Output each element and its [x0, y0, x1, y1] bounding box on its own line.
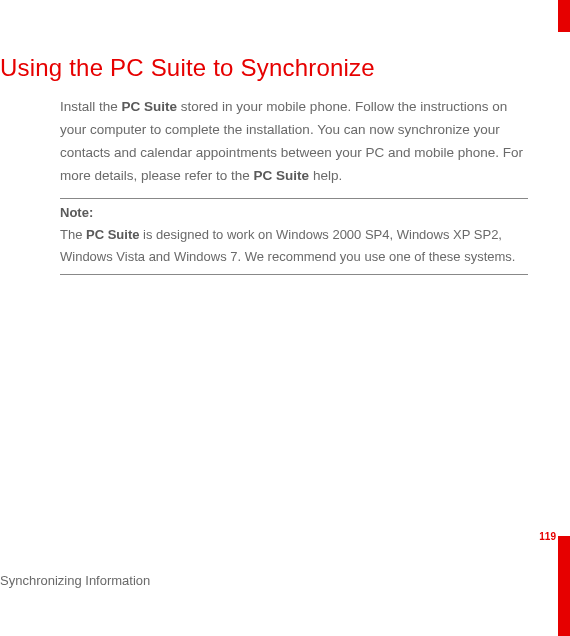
note-text-segment: The: [60, 227, 86, 242]
body-text-bold: PC Suite: [122, 99, 178, 114]
body-paragraph: Install the PC Suite stored in your mobi…: [60, 96, 528, 188]
note-block: Note: The PC Suite is designed to work o…: [60, 198, 528, 275]
body-wrap: Install the PC Suite stored in your mobi…: [0, 96, 546, 275]
tab-marker-top: [558, 0, 570, 32]
note-text-bold: PC Suite: [86, 227, 139, 242]
tab-marker-bottom: [558, 536, 570, 636]
body-text-segment: Install the: [60, 99, 122, 114]
body-text-segment: help.: [309, 168, 342, 183]
footer-section-name: Synchronizing Information: [0, 573, 150, 588]
note-label: Note:: [60, 205, 528, 220]
page-content: Using the PC Suite to Synchronize Instal…: [0, 0, 570, 275]
page-number: 119: [539, 531, 556, 542]
note-text: The PC Suite is designed to work on Wind…: [60, 224, 528, 268]
section-heading: Using the PC Suite to Synchronize: [0, 54, 546, 82]
body-text-bold: PC Suite: [254, 168, 310, 183]
